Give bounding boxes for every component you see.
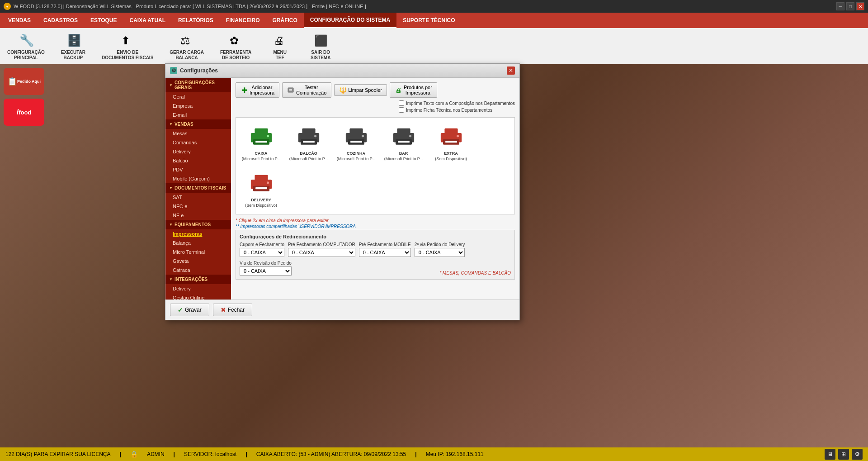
sidebar-item-mesas[interactable]: Mesas bbox=[165, 129, 231, 138]
sidebar-item-mobile-garcom[interactable]: Mobile (Garçom) bbox=[165, 174, 231, 183]
sidebar-item-gestao-online[interactable]: Gestão Online bbox=[165, 293, 231, 299]
limpar-spooler-label: Limpar Spooler bbox=[348, 87, 382, 93]
divider2: | bbox=[174, 451, 175, 457]
plus-icon: ✚ bbox=[241, 86, 248, 94]
svg-point-39 bbox=[267, 181, 269, 184]
svg-point-19 bbox=[314, 135, 316, 137]
sidebar-item-micro-terminal[interactable]: Micro Terminal bbox=[165, 247, 231, 257]
sidebar-item-email[interactable]: E-mail bbox=[165, 110, 231, 119]
checkbox-ficha-tecnica-label[interactable]: Imprime Ficha Técnica nos Departamentos bbox=[399, 107, 515, 113]
printer-delivery[interactable]: DELIVERY(Sem Dispositivo) bbox=[240, 168, 283, 210]
field-cupom-fechamento: Cupom e Fechamento 0 - CAIXA 1 - BALCÃO … bbox=[240, 242, 284, 257]
printer-caixa-label: CAIXA(Microsoft Print to P... bbox=[242, 151, 280, 162]
sidebar-item-delivery[interactable]: Delivery bbox=[165, 147, 231, 156]
svg-rect-13 bbox=[255, 141, 267, 143]
label-via-revisao-pedido: Via de Revisão do Pedido bbox=[240, 261, 292, 266]
testar-comunicacao-label: TestarComunicação bbox=[296, 85, 326, 95]
svg-rect-31 bbox=[444, 128, 458, 134]
svg-point-29 bbox=[409, 135, 411, 137]
status-qr-button[interactable]: ⊞ bbox=[838, 449, 849, 460]
sidebar-item-catraca[interactable]: Catraca bbox=[165, 266, 231, 275]
field-segunda-via-delivery: 2ª via Pedido do Delivery 0 - CAIXA 1 - … bbox=[415, 242, 465, 257]
modal-title-bar: ⚙ Configurações ✕ bbox=[165, 64, 519, 78]
svg-rect-9 bbox=[289, 89, 292, 90]
testar-comunicacao-button[interactable]: TestarComunicação bbox=[282, 82, 331, 98]
printer-balcao[interactable]: BALCÃO(Microsoft Print to P... bbox=[287, 121, 330, 163]
gravar-button[interactable]: ✔ Gravar bbox=[170, 304, 209, 316]
sidebar-item-geral[interactable]: Geral bbox=[165, 92, 231, 101]
modal-title-text: Configurações bbox=[180, 67, 218, 74]
status-monitor-button[interactable]: 🖥 bbox=[825, 449, 835, 460]
svg-rect-33 bbox=[445, 141, 457, 143]
configuracoes-modal: ⚙ Configurações ✕ CONFIGURAÇÕES GERAIS G… bbox=[165, 63, 520, 320]
sidebar-item-balcao[interactable]: Balcão bbox=[165, 156, 231, 165]
fechar-button[interactable]: ✖ Fechar bbox=[213, 304, 252, 316]
content-panel: ✚ AdicionarImpressora TestarComunicação … bbox=[231, 78, 519, 299]
printer-cozinha-label: COZINHA(Microsoft Print to P... bbox=[337, 151, 375, 162]
printer-delivery-label: DELIVERY(Sem Dispositivo) bbox=[245, 198, 277, 208]
test-icon bbox=[287, 86, 294, 94]
sidebar-item-nfc-e[interactable]: NFC-e bbox=[165, 202, 231, 211]
sidebar-item-balanca[interactable]: Balança bbox=[165, 238, 231, 247]
printer-extra-icon bbox=[435, 123, 467, 150]
sidebar-item-impressoras[interactable]: Impressoras bbox=[165, 229, 231, 238]
modal-body: CONFIGURAÇÕES GERAIS Geral Empresa E-mai… bbox=[165, 78, 519, 299]
svg-rect-11 bbox=[255, 128, 268, 134]
modal-close-button[interactable]: ✕ bbox=[507, 67, 515, 75]
settings-sidebar: CONFIGURAÇÕES GERAIS Geral Empresa E-mai… bbox=[165, 78, 231, 299]
svg-rect-28 bbox=[398, 141, 410, 143]
sidebar-section-integracoes[interactable]: INTEGRAÇÕES bbox=[165, 275, 231, 284]
checkbox-group: Imprime Texto com a Composição nos Depar… bbox=[399, 100, 515, 113]
sidebar-item-gaveta[interactable]: Gaveta bbox=[165, 257, 231, 266]
svg-rect-23 bbox=[350, 141, 362, 143]
svg-rect-21 bbox=[349, 128, 363, 134]
adicionar-impressora-label: AdicionarImpressora bbox=[250, 85, 274, 95]
select-via-revisao-pedido[interactable]: 0 - CAIXA 1 - BALCÃO 2 - COZINHA 3 - BAR bbox=[240, 266, 292, 276]
select-pre-fechamento-mobile[interactable]: 0 - CAIXA 1 - BALCÃO 2 - COZINHA 3 - BAR bbox=[359, 248, 411, 257]
checkbox-ficha-tecnica[interactable] bbox=[399, 107, 404, 113]
redirect-fields-row: Cupom e Fechamento 0 - CAIXA 1 - BALCÃO … bbox=[240, 242, 511, 276]
divider4: | bbox=[415, 451, 416, 457]
gravar-label: Gravar bbox=[185, 307, 202, 313]
modal-title-icon: ⚙ bbox=[170, 67, 177, 74]
svg-point-14 bbox=[267, 135, 269, 137]
sidebar-item-pdv[interactable]: PDV bbox=[165, 165, 231, 174]
sidebar-section-configuracoes-gerais[interactable]: CONFIGURAÇÕES GERAIS bbox=[165, 78, 231, 92]
divider3: | bbox=[245, 451, 247, 457]
select-cupom-fechamento[interactable]: 0 - CAIXA 1 - BALCÃO 2 - COZINHA 3 - BAR bbox=[240, 248, 284, 257]
status-settings-button[interactable]: ⚙ bbox=[852, 449, 863, 460]
ip-text: Meu IP: 192.168.15.111 bbox=[426, 451, 484, 457]
note-shared: ** Impressoras compartilhadas \\SERVIDOR… bbox=[236, 224, 515, 229]
select-pre-fechamento-computador[interactable]: 0 - CAIXA 1 - BALCÃO 2 - COZINHA 3 - BAR bbox=[288, 248, 355, 257]
limpar-spooler-button[interactable]: 🔱 Limpar Spooler bbox=[334, 84, 387, 96]
sidebar-item-nf-e[interactable]: NF-e bbox=[165, 211, 231, 220]
printer-bar[interactable]: BAR(Microsoft Print to P... bbox=[382, 121, 425, 163]
sidebar-item-empresa[interactable]: Empresa bbox=[165, 101, 231, 110]
label-pre-fechamento-computador: Pré-Fechamento COMPUTADOR bbox=[288, 242, 355, 247]
sidebar-item-delivery-int[interactable]: Delivery bbox=[165, 284, 231, 293]
fechar-label: Fechar bbox=[228, 307, 245, 313]
checkbox-composicao-label[interactable]: Imprime Texto com a Composição nos Depar… bbox=[399, 100, 515, 106]
server-text: SERVIDOR: localhost bbox=[184, 451, 237, 457]
adicionar-impressora-button[interactable]: ✚ AdicionarImpressora bbox=[236, 82, 279, 98]
select-segunda-via-delivery[interactable]: 0 - CAIXA 1 - BALCÃO 2 - COZINHA 3 - BAR bbox=[415, 248, 465, 257]
printer-extra[interactable]: EXTRA(Sem Dispositivo) bbox=[429, 121, 472, 163]
label-segunda-via-delivery: 2ª via Pedido do Delivery bbox=[415, 242, 465, 247]
sidebar-section-equipamentos[interactable]: EQUIPAMENTOS bbox=[165, 220, 231, 229]
printer-caixa[interactable]: CAIXA(Microsoft Print to P... bbox=[240, 121, 283, 163]
svg-rect-8 bbox=[289, 90, 292, 90]
sidebar-item-comandas[interactable]: Comandas bbox=[165, 138, 231, 147]
checkbox-composicao[interactable] bbox=[399, 100, 404, 106]
sidebar-section-vendas[interactable]: VENDAS bbox=[165, 119, 231, 129]
sidebar-item-sat[interactable]: SAT bbox=[165, 193, 231, 202]
status-bar: 122 DIA(S) PARA EXPIRAR SUA LICENÇA | 🔒 … bbox=[0, 447, 868, 461]
x-icon: ✖ bbox=[221, 306, 226, 314]
modal-title: ⚙ Configurações bbox=[170, 67, 218, 74]
printer-caixa-icon bbox=[245, 123, 277, 150]
admin-text: ADMIN bbox=[147, 451, 165, 457]
printer-cozinha[interactable]: COZINHA(Microsoft Print to P... bbox=[335, 121, 377, 163]
clean-icon: 🔱 bbox=[339, 86, 346, 94]
checkmark-icon: ✔ bbox=[178, 306, 183, 314]
sidebar-section-documentos-fiscais[interactable]: DOCUMENTOS FISCAIS bbox=[165, 183, 231, 193]
produtos-impressora-button[interactable]: 🖨 Produtos porImpressora bbox=[390, 82, 437, 98]
